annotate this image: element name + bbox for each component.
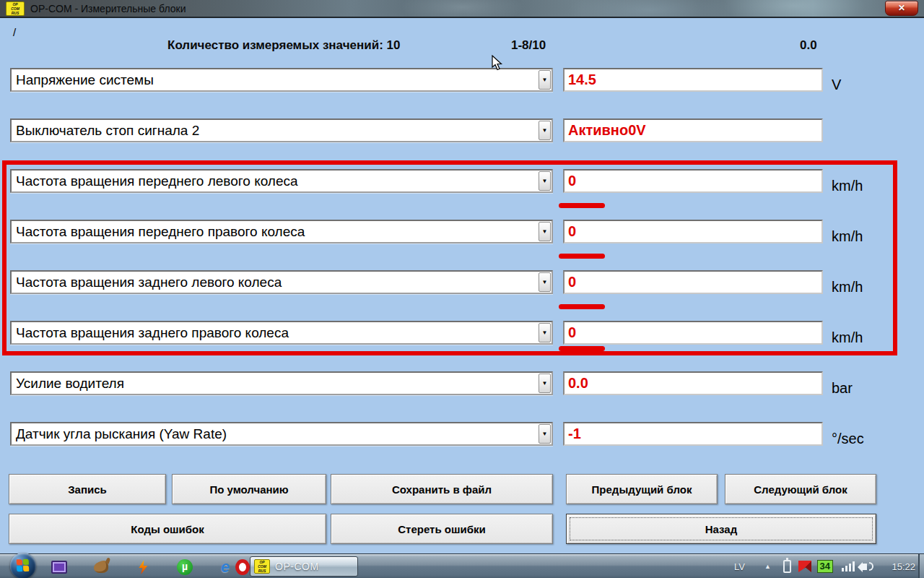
dropdown-button[interactable]: ▼: [539, 222, 551, 241]
flashget-icon[interactable]: [134, 558, 152, 576]
chevron-down-icon: ▼: [542, 128, 548, 134]
dropdown-button[interactable]: ▼: [539, 272, 551, 292]
dropdown-button[interactable]: ▼: [539, 70, 551, 90]
utorrent-glyph: µ: [177, 559, 193, 575]
dropdown-button[interactable]: ▼: [539, 171, 551, 191]
unit-label: V: [832, 77, 841, 93]
param-select[interactable]: Частота вращения переднего левого колеса…: [10, 169, 553, 193]
value-text: Активно0V: [568, 122, 646, 139]
red-underline-annotation: [559, 346, 605, 351]
signal-bars-glyph: [842, 561, 855, 571]
back-button[interactable]: Назад: [566, 514, 876, 544]
flag-blue: [17, 566, 22, 571]
dropdown-button[interactable]: ▼: [539, 323, 551, 342]
flag-green: [23, 559, 29, 565]
opcom-taskbar-button[interactable]: OP COM RUS OP-COM: [250, 556, 358, 577]
value-text: 14.5: [568, 72, 596, 88]
internet-explorer-icon[interactable]: e: [217, 558, 234, 576]
taskbar: µ e OP COM RUS OP-COM LV ▲ 34 15:22: [0, 553, 924, 578]
system-tray: LV ▲ 34 15:22: [728, 554, 915, 578]
save-to-file-button[interactable]: Сохранить в файл: [331, 474, 553, 504]
unit-label: km/h: [832, 329, 863, 346]
value-text: 0: [568, 274, 576, 290]
param-select[interactable]: Частота вращения заднего левого колеса ▼: [10, 270, 553, 294]
show-hidden-icons-button[interactable]: ▲: [764, 554, 771, 578]
dropdown-button[interactable]: ▼: [539, 424, 551, 444]
close-icon: ✕: [898, 3, 905, 13]
param-select[interactable]: Усилие водителя ▼: [10, 371, 553, 395]
button-label: Стереть ошибки: [398, 523, 485, 535]
header-extra-value: 0.0: [800, 38, 817, 53]
defaults-button[interactable]: По умолчанию: [172, 474, 326, 504]
unit-label: km/h: [832, 178, 863, 194]
param-select-value: Частота вращения переднего правого колес…: [16, 224, 305, 240]
button-label: Предыдущий блок: [592, 483, 692, 496]
battery-glyph: [783, 560, 791, 573]
param-select[interactable]: Датчик угла рыскания (Yaw Rate) ▼: [10, 422, 553, 446]
chevron-down-icon: ▼: [542, 381, 548, 387]
clock[interactable]: 15:22: [892, 554, 915, 578]
volume-icon[interactable]: [862, 554, 873, 578]
value-field[interactable]: 0: [563, 220, 823, 243]
record-button[interactable]: Запись: [9, 474, 166, 504]
start-button[interactable]: [10, 553, 36, 578]
dropdown-button[interactable]: ▼: [539, 374, 551, 393]
utorrent-icon[interactable]: µ: [176, 558, 193, 576]
battery-icon[interactable]: [783, 554, 791, 578]
param-select-value: Напряжение системы: [16, 72, 154, 88]
error-codes-button[interactable]: Коды ошибок: [9, 514, 326, 544]
emule-icon[interactable]: [92, 558, 110, 576]
value-text: 0: [568, 324, 576, 341]
chevron-down-icon: ▼: [542, 77, 548, 83]
button-label: Запись: [68, 483, 107, 496]
antivirus-icon[interactable]: [798, 554, 811, 578]
network-signal-icon[interactable]: [842, 554, 855, 578]
value-field[interactable]: Активно0V: [563, 118, 823, 142]
monitor-glyph: [51, 561, 67, 574]
red-underline-annotation: [559, 254, 605, 259]
block-range-label: 1-8/10: [511, 38, 546, 53]
flag-yellow: [23, 566, 29, 571]
battery-percent-badge[interactable]: 34: [817, 554, 833, 578]
param-select[interactable]: Напряжение системы ▼: [10, 68, 553, 92]
param-select[interactable]: Выключатель стоп сигнала 2 ▼: [10, 118, 553, 142]
measurement-row: Усилие водителя ▼ 0.0 bar: [0, 371, 924, 396]
next-block-button[interactable]: Следующий блок: [725, 474, 876, 504]
windows-flag-icon: [17, 559, 30, 573]
speaker-wave-glyph: [869, 562, 873, 571]
opera-icon[interactable]: [234, 558, 251, 576]
window-title: OP-COM - Измерительные блоки: [30, 3, 186, 14]
red-underline-annotation: [559, 203, 605, 208]
measurement-row: Напряжение системы ▼ 14.5 V: [0, 68, 924, 92]
chevron-down-icon: ▼: [542, 280, 548, 285]
param-select[interactable]: Частота вращения переднего правого колес…: [10, 220, 553, 243]
show-desktop-button[interactable]: [918, 554, 924, 578]
close-button[interactable]: ✕: [885, 1, 918, 16]
remote-desktop-icon[interactable]: [51, 558, 68, 576]
ie-glyph: e: [221, 559, 230, 575]
value-field[interactable]: 0.0: [563, 371, 823, 395]
param-select-value: Частота вращения переднего левого колеса: [16, 173, 298, 189]
param-select[interactable]: Частота вращения заднего правого колеса …: [10, 321, 553, 345]
value-field[interactable]: 0: [563, 321, 823, 345]
value-field[interactable]: 0: [563, 169, 823, 193]
param-select-value: Частота вращения заднего левого колеса: [16, 275, 282, 290]
app-logo-icon: OP COM RUS: [6, 1, 25, 16]
value-field[interactable]: 0: [563, 270, 823, 294]
value-field[interactable]: -1: [563, 422, 823, 446]
clear-errors-button[interactable]: Стереть ошибки: [331, 514, 553, 544]
value-text: 0: [568, 223, 576, 240]
value-field[interactable]: 14.5: [563, 68, 823, 92]
param-select-value: Частота вращения заднего правого колеса: [16, 325, 289, 341]
antivirus-glyph: [798, 561, 811, 572]
chevron-down-icon: ▼: [542, 431, 548, 437]
measurement-row: Датчик угла рыскания (Yaw Rate) ▼ -1 °/s…: [0, 422, 924, 447]
unit-label: km/h: [832, 228, 863, 245]
param-select-value: Выключатель стоп сигнала 2: [16, 123, 199, 139]
language-indicator[interactable]: LV: [734, 554, 745, 578]
chevron-down-icon: ▼: [542, 178, 548, 184]
button-label: Сохранить в файл: [392, 483, 492, 496]
previous-block-button[interactable]: Предыдущий блок: [566, 474, 718, 504]
chevron-down-icon: ▼: [542, 330, 548, 336]
dropdown-button[interactable]: ▼: [539, 121, 551, 140]
